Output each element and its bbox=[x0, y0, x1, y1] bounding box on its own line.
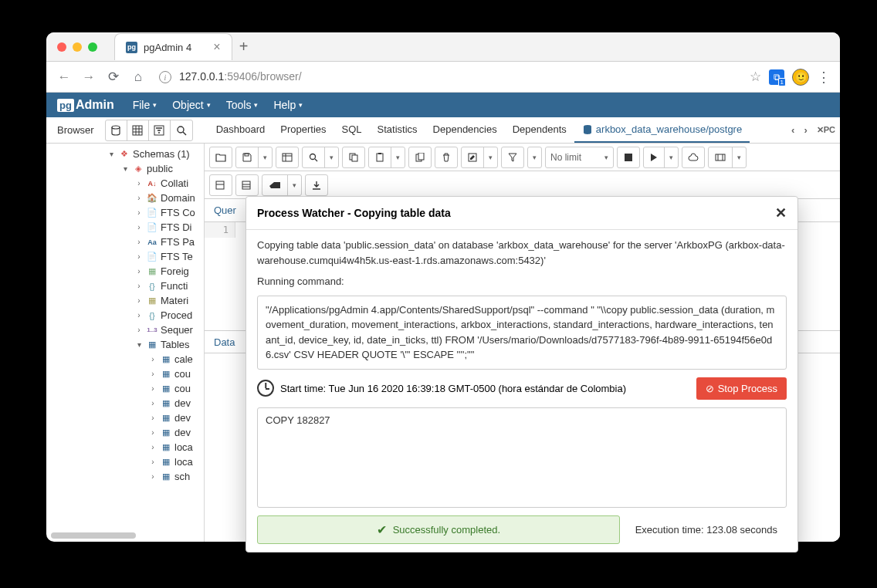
success-banner: ✔ Successfully completed. bbox=[257, 515, 620, 544]
modal-close-button[interactable]: ✕ bbox=[775, 204, 787, 221]
run-button[interactable]: ▾ bbox=[643, 147, 679, 168]
search-icon[interactable] bbox=[171, 120, 192, 140]
tree-table-row[interactable]: ›▦loca bbox=[46, 440, 204, 455]
tree-item[interactable]: ›🏠Domain bbox=[46, 191, 204, 205]
pgadmin-favicon: pg bbox=[126, 42, 137, 53]
grid-icon[interactable] bbox=[127, 120, 149, 140]
tabs-scroll-left[interactable]: ‹ bbox=[787, 124, 799, 136]
erase-button[interactable]: ▾ bbox=[262, 174, 302, 196]
tree-table-row[interactable]: ›▦dev bbox=[46, 396, 204, 411]
copy-button[interactable] bbox=[342, 147, 365, 168]
edit-button[interactable]: ▾ bbox=[461, 147, 498, 168]
filter-dropdown[interactable]: ▾ bbox=[527, 147, 542, 168]
filter-icon[interactable] bbox=[149, 120, 171, 140]
tree-table-row[interactable]: ›▦cou bbox=[46, 381, 204, 396]
minimize-window-button[interactable] bbox=[73, 42, 82, 52]
menu-file[interactable]: File▾ bbox=[125, 99, 165, 111]
svg-line-8 bbox=[183, 132, 186, 135]
svg-line-15 bbox=[315, 159, 317, 161]
tab-close-button[interactable]: × bbox=[213, 40, 220, 54]
line-gutter: 1 bbox=[205, 222, 235, 238]
svg-rect-19 bbox=[378, 153, 381, 154]
tree-table-row[interactable]: ›▦cale bbox=[46, 352, 204, 367]
tab-dashboard[interactable]: Dashboard bbox=[208, 117, 273, 143]
tab-statistics[interactable]: Statistics bbox=[370, 117, 425, 143]
stop-button[interactable] bbox=[617, 147, 640, 168]
tree-item[interactable]: ›▦Foreig bbox=[46, 264, 204, 279]
tab-dependencies[interactable]: Dependencies bbox=[425, 117, 505, 143]
tree-item[interactable]: ›📄FTS Di bbox=[46, 220, 204, 235]
tab-sql[interactable]: SQL bbox=[334, 117, 370, 143]
window-controls bbox=[46, 42, 108, 52]
maximize-window-button[interactable] bbox=[88, 42, 97, 52]
menu-object[interactable]: Object▾ bbox=[164, 99, 218, 111]
paste-button[interactable]: ▾ bbox=[368, 147, 405, 168]
tree-public[interactable]: ▾◈public bbox=[46, 161, 204, 176]
tab-properties[interactable]: Properties bbox=[273, 117, 334, 143]
filter-button[interactable] bbox=[501, 147, 524, 168]
clipboard-button[interactable] bbox=[408, 147, 432, 168]
tree-item[interactable]: ›A↓Collati bbox=[46, 176, 204, 191]
tree-item[interactable]: ›{}Proced bbox=[46, 308, 204, 323]
tree-item[interactable]: ›{}Functi bbox=[46, 279, 204, 293]
tree-table-row[interactable]: ›▦dev bbox=[46, 411, 204, 425]
tree-table-row[interactable]: ›▦sch bbox=[46, 469, 204, 484]
tree-item[interactable]: ›1..3Sequer bbox=[46, 323, 204, 337]
macro-button[interactable]: ▾ bbox=[708, 147, 747, 168]
tabs-close-overflow[interactable]: ✕PC bbox=[812, 125, 840, 135]
chrome-menu-button[interactable]: ⋮ bbox=[817, 69, 831, 86]
tree-item[interactable]: ›📄FTS Te bbox=[46, 249, 204, 264]
delete-button[interactable] bbox=[435, 147, 458, 168]
tree-table-row[interactable]: ›▦cou bbox=[46, 367, 204, 381]
tree-item[interactable]: ›▦Materi bbox=[46, 293, 204, 308]
forward-button[interactable]: → bbox=[80, 69, 97, 85]
tree-item[interactable]: ›📄FTS Co bbox=[46, 205, 204, 220]
modal-header: Process Watcher - Copying table data ✕ bbox=[246, 197, 797, 230]
copy-row-button[interactable] bbox=[235, 174, 259, 196]
query-tab[interactable]: Quer bbox=[205, 200, 245, 221]
table-view-button[interactable] bbox=[276, 147, 299, 168]
search-button[interactable]: ▾ bbox=[302, 147, 339, 168]
save-button[interactable]: ▾ bbox=[235, 147, 273, 168]
logo-pg: pg bbox=[57, 99, 74, 112]
menu-tools[interactable]: Tools▾ bbox=[218, 99, 266, 111]
profile-avatar[interactable]: 🙂 bbox=[792, 69, 809, 86]
command-box: "/Applications/pgAdmin 4.app/Contents/Sh… bbox=[257, 296, 787, 370]
svg-rect-17 bbox=[352, 155, 357, 161]
close-window-button[interactable] bbox=[57, 42, 66, 52]
browser-tab[interactable]: pg pgAdmin 4 × bbox=[114, 33, 232, 60]
stop-icon: ⊘ bbox=[706, 383, 714, 394]
browser-toolgroup bbox=[105, 120, 193, 141]
data-tab[interactable]: Data bbox=[205, 332, 244, 353]
tree-table-row[interactable]: ›▦dev bbox=[46, 425, 204, 440]
tree-table-row[interactable]: ›▦loca bbox=[46, 455, 204, 469]
limit-select[interactable]: No limit▾ bbox=[545, 147, 614, 168]
tree-tables[interactable]: ▾▦Tables bbox=[46, 337, 204, 352]
extension-icon[interactable]: ⧉1 bbox=[769, 69, 784, 85]
home-button[interactable]: ⌂ bbox=[130, 69, 147, 85]
db-icon[interactable] bbox=[106, 120, 127, 140]
open-file-button[interactable] bbox=[209, 147, 232, 168]
tabs-scroll-right[interactable]: › bbox=[799, 124, 811, 136]
add-row-button[interactable] bbox=[209, 174, 232, 196]
bookmark-button[interactable]: ☆ bbox=[750, 69, 761, 85]
url-host: 127.0.0.1 bbox=[179, 70, 224, 83]
browser-label: Browser bbox=[46, 124, 105, 136]
tree-item[interactable]: ›AaFTS Pa bbox=[46, 235, 204, 249]
back-button[interactable]: ← bbox=[56, 69, 73, 85]
site-info-icon[interactable]: i bbox=[159, 71, 171, 83]
address-field[interactable]: i 127.0.0.1:59406/browser/ bbox=[154, 67, 742, 87]
menu-help[interactable]: Help▾ bbox=[266, 99, 310, 111]
tab-title: pgAdmin 4 bbox=[144, 42, 191, 53]
new-tab-button[interactable]: + bbox=[232, 38, 256, 56]
pgadmin-header: pgAdmin File▾ Object▾ Tools▾ Help▾ bbox=[46, 93, 840, 117]
explain-button[interactable] bbox=[682, 147, 705, 168]
check-icon: ✔ bbox=[377, 522, 387, 537]
reload-button[interactable]: ⟳ bbox=[105, 69, 122, 85]
tree-schemas[interactable]: ▾❖Schemas (1) bbox=[46, 147, 204, 161]
stop-process-button[interactable]: ⊘ Stop Process bbox=[696, 377, 787, 400]
download-button[interactable] bbox=[305, 174, 328, 196]
tab-query-editor[interactable]: arkbox_data_warehouse/postgre bbox=[574, 117, 750, 143]
sidebar-scrollbar[interactable] bbox=[51, 532, 199, 539]
tab-dependents[interactable]: Dependents bbox=[505, 117, 574, 143]
